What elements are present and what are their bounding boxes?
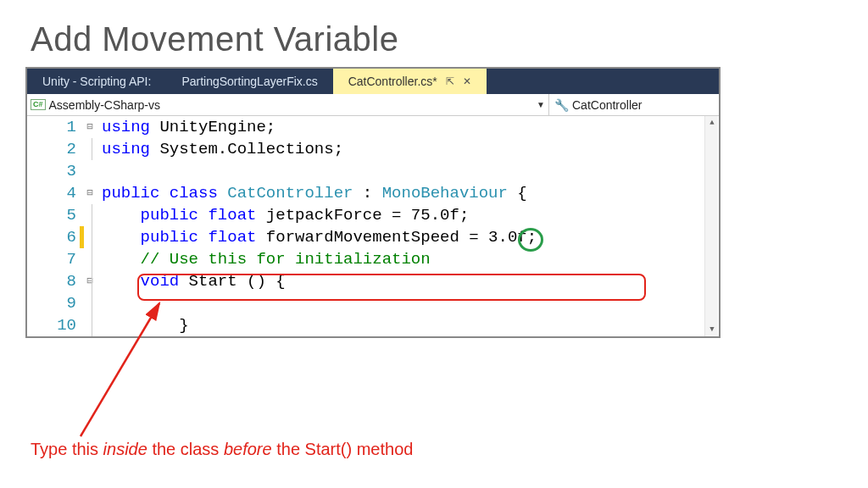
class-icon: 🔧: [554, 98, 569, 112]
csharp-badge-icon: C#: [31, 99, 46, 110]
tab-label: CatController.cs*: [348, 75, 437, 88]
annotation-circle: [518, 228, 543, 252]
line-numbers: 12345678910: [49, 116, 81, 336]
fold-toggle-icon[interactable]: ⊟: [81, 116, 98, 138]
code-area[interactable]: 12345678910 ⊟ ⊟ ⊟ using UnityEngine; usi…: [27, 116, 719, 336]
tab-unity-api[interactable]: Unity - Scripting API:: [27, 69, 166, 94]
slide-title: Add Movement Variable: [0, 0, 868, 67]
fold-toggle-icon[interactable]: ⊟: [81, 182, 98, 204]
nav-bar: C# Assembly-CSharp-vs ▼ 🔧 CatController: [27, 94, 719, 116]
fold-guide: [92, 138, 92, 160]
scope-label: Assembly-CSharp-vs: [49, 98, 160, 112]
member-label: CatController: [572, 98, 642, 112]
fold-guide: [92, 204, 92, 336]
pin-icon[interactable]: ⇱: [446, 75, 454, 87]
annotation-caption: Type this inside the class before the St…: [31, 440, 413, 459]
fold-toggle-icon[interactable]: ⊟: [81, 270, 98, 292]
selection-margin: [27, 116, 49, 336]
scroll-down-icon[interactable]: ▼: [705, 323, 719, 336]
scope-dropdown[interactable]: C# Assembly-CSharp-vs ▼: [27, 94, 549, 115]
fold-column[interactable]: ⊟ ⊟ ⊟: [81, 116, 98, 336]
scroll-up-icon[interactable]: ▲: [705, 116, 719, 130]
chevron-down-icon: ▼: [537, 100, 545, 109]
tab-bar: Unity - Scripting API: PartingSortingLay…: [27, 69, 719, 94]
close-icon[interactable]: ✕: [463, 75, 471, 87]
annotation-box: [137, 274, 646, 301]
code-text[interactable]: using UnityEngine; using System.Collecti…: [98, 116, 719, 336]
tab-catcontroller[interactable]: CatController.cs* ⇱ ✕: [333, 69, 487, 94]
modified-line-indicator: [80, 226, 84, 248]
tab-partingsortinglayerfix[interactable]: PartingSortingLayerFix.cs: [166, 69, 332, 94]
vertical-scrollbar[interactable]: ▲ ▼: [704, 116, 718, 336]
member-dropdown[interactable]: 🔧 CatController: [549, 94, 719, 115]
